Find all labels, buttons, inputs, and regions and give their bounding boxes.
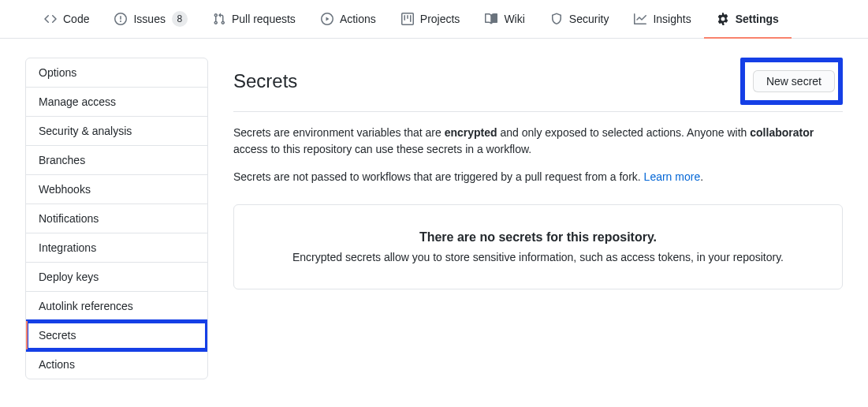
- sidebar-item-branches[interactable]: Branches: [26, 146, 207, 175]
- sidebar-item-integrations[interactable]: Integrations: [26, 233, 207, 263]
- sidebar-item-options[interactable]: Options: [26, 58, 207, 88]
- tab-actions[interactable]: Actions: [308, 1, 389, 39]
- sidebar-item-security-analysis[interactable]: Security & analysis: [26, 117, 207, 146]
- tab-projects[interactable]: Projects: [389, 1, 473, 39]
- repo-nav: Code Issues 8 Pull requests Actions Proj…: [0, 0, 868, 39]
- learn-more-link[interactable]: Learn more: [644, 170, 701, 183]
- tab-pull-requests[interactable]: Pull requests: [200, 1, 308, 39]
- sidebar-item-autolink-references[interactable]: Autolink references: [26, 292, 207, 321]
- tab-label: Wiki: [504, 13, 524, 25]
- blankslate-title: There are no secrets for this repository…: [259, 230, 817, 245]
- highlight-annotation: New secret: [740, 58, 843, 105]
- issue-icon: [114, 13, 127, 25]
- gear-icon: [717, 13, 729, 25]
- graph-icon: [634, 13, 646, 25]
- tab-issues[interactable]: Issues 8: [102, 1, 199, 39]
- tab-label: Code: [63, 13, 89, 25]
- tab-label: Issues: [133, 13, 165, 25]
- tab-label: Insights: [653, 13, 691, 25]
- sidebar-item-deploy-keys[interactable]: Deploy keys: [26, 263, 207, 292]
- sidebar-item-secrets[interactable]: Secrets: [26, 321, 207, 350]
- blankslate: There are no secrets for this repository…: [233, 204, 843, 289]
- settings-sidebar: Options Manage access Security & analysi…: [25, 58, 208, 379]
- tab-code[interactable]: Code: [32, 1, 102, 39]
- sidebar-item-actions[interactable]: Actions: [26, 350, 207, 379]
- play-icon: [321, 13, 333, 25]
- tab-settings[interactable]: Settings: [704, 1, 792, 39]
- subhead: Secrets New secret: [233, 58, 843, 112]
- tab-wiki[interactable]: Wiki: [472, 1, 537, 39]
- sidebar-item-webhooks[interactable]: Webhooks: [26, 175, 207, 204]
- sidebar-item-notifications[interactable]: Notifications: [26, 204, 207, 233]
- tab-label: Security: [569, 13, 609, 25]
- tab-insights[interactable]: Insights: [621, 1, 703, 39]
- tab-security[interactable]: Security: [538, 1, 622, 39]
- code-icon: [44, 13, 57, 25]
- tab-label: Actions: [340, 13, 376, 25]
- settings-menu: Options Manage access Security & analysi…: [25, 58, 208, 379]
- page-container: Options Manage access Security & analysi…: [0, 39, 868, 398]
- new-secret-button[interactable]: New secret: [753, 70, 835, 92]
- pull-request-icon: [213, 13, 225, 25]
- tab-label: Projects: [420, 13, 460, 25]
- book-icon: [485, 13, 497, 25]
- description-2: Secrets are not passed to workflows that…: [233, 169, 843, 185]
- tab-label: Pull requests: [232, 13, 296, 25]
- sidebar-item-manage-access[interactable]: Manage access: [26, 88, 207, 117]
- tab-label: Settings: [736, 13, 779, 25]
- issues-count: 8: [172, 11, 188, 27]
- description-1: Secrets are environment variables that a…: [233, 125, 843, 158]
- main-content: Secrets New secret Secrets are environme…: [233, 58, 843, 379]
- shield-icon: [550, 13, 563, 25]
- blankslate-text: Encrypted secrets allow you to store sen…: [259, 251, 817, 263]
- page-title: Secrets: [233, 70, 297, 92]
- project-icon: [401, 13, 414, 25]
